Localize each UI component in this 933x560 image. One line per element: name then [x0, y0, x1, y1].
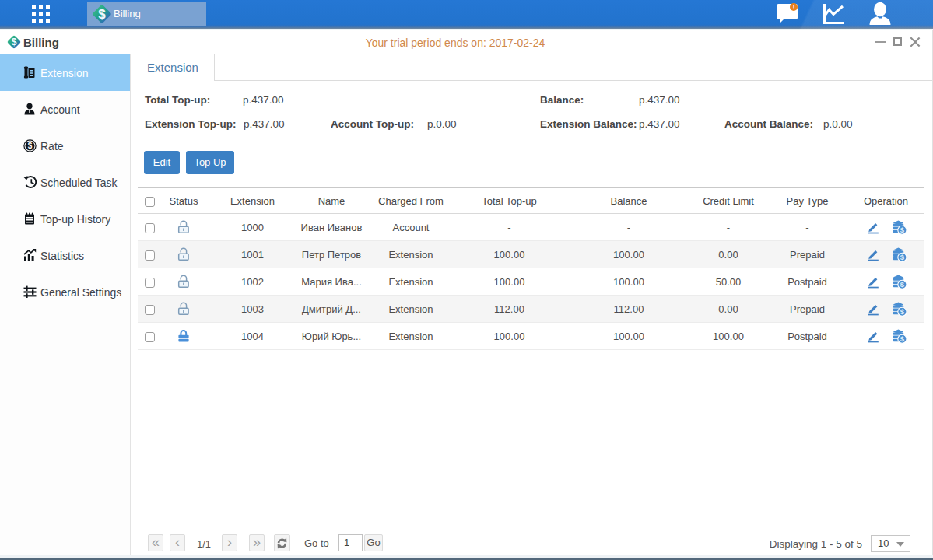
svg-text:$: $	[28, 142, 33, 150]
svg-text:$: $	[900, 334, 905, 343]
svg-text:$: $	[900, 226, 905, 234]
svg-text:$: $	[900, 307, 905, 316]
svg-text:$: $	[900, 280, 905, 289]
svg-text:$: $	[900, 253, 905, 261]
svg-text:!: !	[793, 4, 795, 11]
svg-text:$: $	[98, 7, 106, 22]
